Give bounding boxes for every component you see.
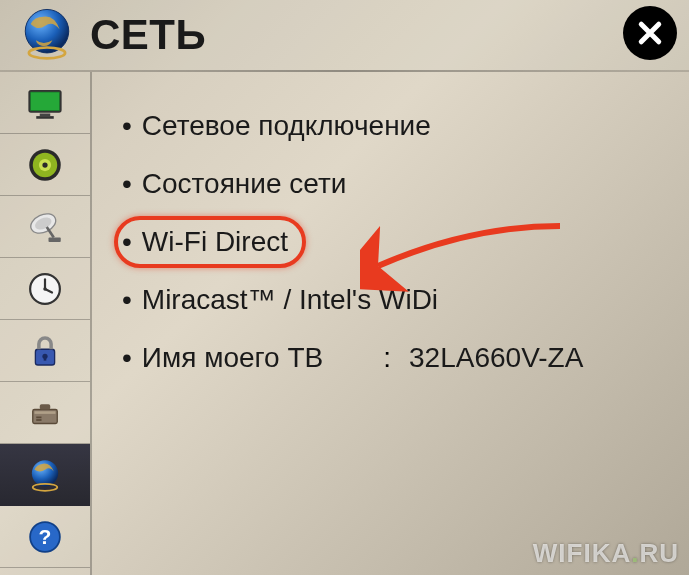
menu-item-miracast[interactable]: • Miracast™ / Intel's WiDi [118, 274, 442, 326]
settings-icon [24, 392, 66, 434]
svg-rect-13 [49, 237, 61, 241]
menu-item-wifi-direct[interactable]: • Wi-Fi Direct [114, 216, 306, 268]
sidebar: ? [0, 72, 92, 575]
sidebar-item-lock[interactable] [0, 320, 90, 382]
close-icon [635, 18, 665, 48]
content-panel: • Сетевое подключение • Состояние сети •… [92, 72, 689, 575]
sidebar-item-time[interactable] [0, 258, 90, 320]
sidebar-item-display[interactable] [0, 72, 90, 134]
svg-rect-4 [40, 113, 51, 116]
sidebar-item-help[interactable]: ? [0, 506, 90, 568]
tv-name-value: 32LA660V-ZA [409, 342, 583, 374]
clock-icon [24, 268, 66, 310]
svg-point-9 [42, 162, 47, 167]
menu-label: Состояние сети [142, 168, 347, 200]
svg-point-17 [43, 287, 47, 291]
menu-label: Miracast™ / Intel's WiDi [142, 284, 438, 316]
separator: : [383, 342, 391, 374]
page-title: СЕТЬ [90, 11, 206, 59]
bullet-icon: • [122, 342, 132, 374]
bullet-icon: • [122, 110, 132, 142]
bullet-icon: • [122, 168, 132, 200]
svg-rect-23 [40, 404, 51, 409]
menu-item-tv-name[interactable]: • Имя моего ТВ [118, 332, 323, 384]
sidebar-item-broadcast[interactable] [0, 196, 90, 258]
sidebar-item-audio[interactable] [0, 134, 90, 196]
lock-icon [24, 330, 66, 372]
watermark-b: RU [639, 538, 679, 568]
bullet-icon: • [122, 284, 132, 316]
sidebar-item-network[interactable] [0, 444, 90, 506]
menu-label: Имя моего ТВ [142, 342, 323, 374]
watermark: WIFIKA.RU [533, 538, 679, 569]
svg-rect-22 [35, 411, 56, 414]
bullet-icon: • [122, 226, 132, 258]
menu-item-network-connection[interactable]: • Сетевое подключение [118, 100, 435, 152]
menu-label: Сетевое подключение [142, 110, 431, 142]
watermark-a: WIFIKA [533, 538, 631, 568]
svg-rect-25 [36, 419, 41, 421]
network-icon [24, 454, 66, 496]
help-icon: ? [24, 516, 66, 558]
close-button[interactable] [623, 6, 677, 60]
svg-rect-5 [36, 116, 54, 119]
display-icon [24, 82, 66, 124]
svg-rect-3 [31, 92, 59, 110]
network-globe-icon [18, 4, 90, 66]
menu-label: Wi-Fi Direct [142, 226, 288, 258]
header: СЕТЬ [0, 0, 689, 70]
svg-text:?: ? [39, 525, 52, 548]
satellite-icon [24, 206, 66, 248]
audio-icon [24, 144, 66, 186]
svg-rect-20 [44, 356, 47, 360]
sidebar-item-settings[interactable] [0, 382, 90, 444]
menu-item-network-status[interactable]: • Состояние сети [118, 158, 350, 210]
svg-rect-24 [36, 416, 41, 418]
